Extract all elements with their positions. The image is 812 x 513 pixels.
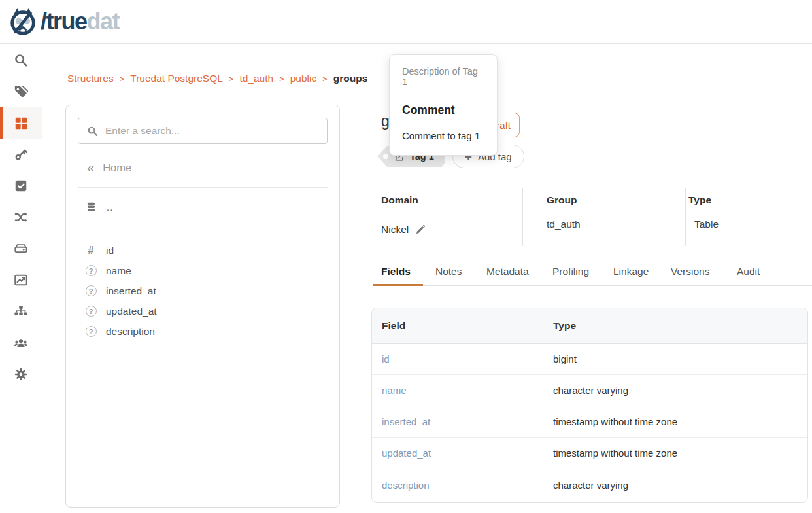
- sidebar-item-structures[interactable]: [0, 107, 42, 139]
- field-list-label: id: [106, 245, 114, 256]
- field-link[interactable]: updated_at: [372, 448, 553, 459]
- field-list-item-id[interactable]: # id: [66, 240, 339, 260]
- field-type: timestamp without time zone: [553, 416, 807, 427]
- divider: [78, 187, 328, 188]
- field-list-label: updated_at: [106, 306, 157, 317]
- field-link[interactable]: inserted_at: [372, 416, 553, 427]
- fields-table: Field Type id bigint name character vary…: [371, 308, 808, 503]
- tag-description: Description of Tag 1: [402, 66, 484, 87]
- question-icon: ?: [85, 285, 97, 296]
- structure-browser-panel: « Home .. # id ? name ? inserted_at ? up…: [65, 105, 340, 508]
- shuffle-icon: [14, 210, 28, 224]
- field-list-item-updated-at[interactable]: ? updated_at: [66, 301, 339, 321]
- sidebar-item-settings[interactable]: [0, 359, 42, 390]
- domain-label: Domain: [381, 194, 418, 206]
- field-link[interactable]: name: [372, 385, 553, 396]
- search-input[interactable]: [105, 125, 318, 137]
- collapse-chevrons-icon: «: [87, 161, 93, 174]
- chart-line-icon: [14, 273, 28, 287]
- tab-linkage[interactable]: Linkage: [613, 266, 649, 277]
- field-list: # id ? name ? inserted_at ? updated_at ?…: [66, 240, 339, 342]
- table-row: updated_at timestamp without time zone: [372, 438, 807, 469]
- breadcrumb-separator: >: [279, 74, 284, 84]
- field-link[interactable]: description: [372, 480, 553, 491]
- breadcrumb-link-system[interactable]: Truedat PostgreSQL: [130, 73, 223, 84]
- tab-metadata[interactable]: Metadata: [486, 266, 529, 277]
- table-row: description character varying: [372, 469, 807, 501]
- breadcrumb-separator: >: [120, 74, 125, 84]
- divider: [522, 188, 523, 246]
- tags-icon: [14, 84, 28, 99]
- field-list-item-description[interactable]: ? description: [66, 321, 339, 342]
- type-value: Table: [694, 219, 719, 230]
- tag-tooltip-popover: Description of Tag 1 Comment Comment to …: [389, 54, 498, 156]
- structure-search-box[interactable]: [78, 118, 328, 144]
- sidebar-item-tags[interactable]: [0, 76, 42, 107]
- key-icon: [14, 147, 28, 162]
- users-icon: [14, 336, 28, 350]
- divider: [685, 188, 686, 246]
- tag-comment-heading: Comment: [402, 103, 484, 117]
- breadcrumb-link-structures[interactable]: Structures: [67, 73, 114, 84]
- sidebar-item-search[interactable]: [0, 44, 42, 76]
- field-list-item-name[interactable]: ? name: [66, 260, 339, 281]
- grid-icon: [14, 116, 28, 130]
- truedat-logo[interactable]: /truedat: [8, 7, 119, 37]
- question-icon: ?: [85, 326, 97, 337]
- group-value: td_auth: [547, 219, 581, 230]
- domain-value: Nickel: [381, 224, 426, 236]
- field-list-item-inserted-at[interactable]: ? inserted_at: [66, 281, 339, 301]
- fields-table-header: Field Type: [372, 308, 807, 344]
- sidebar-item-users[interactable]: [0, 327, 42, 359]
- sidebar-item-dashboards[interactable]: [0, 264, 42, 296]
- check-square-icon: [14, 179, 28, 193]
- breadcrumb-link-database[interactable]: td_auth: [239, 73, 273, 84]
- browser-parent-item[interactable]: ..: [86, 202, 339, 213]
- field-link[interactable]: id: [372, 353, 553, 364]
- browser-home-link[interactable]: « Home: [87, 161, 339, 174]
- tabs-baseline: [373, 285, 812, 286]
- sidebar-item-systems[interactable]: [0, 233, 42, 264]
- sitemap-icon: [14, 304, 28, 319]
- tab-audit[interactable]: Audit: [737, 266, 760, 277]
- sidebar-item-lineage[interactable]: [0, 202, 42, 233]
- tab-versions[interactable]: Versions: [671, 266, 709, 277]
- type-label: Type: [688, 194, 711, 206]
- field-list-label: description: [106, 326, 155, 338]
- tab-profiling[interactable]: Profiling: [552, 266, 589, 277]
- field-list-label: name: [106, 265, 131, 277]
- tab-fields[interactable]: Fields: [381, 266, 411, 277]
- edit-domain-pencil-icon[interactable]: [415, 224, 426, 235]
- column-header-field: Field: [372, 320, 553, 332]
- field-type: character varying: [553, 480, 807, 491]
- breadcrumb-separator: >: [322, 74, 328, 84]
- search-icon: [14, 53, 28, 67]
- breadcrumb-link-schema[interactable]: public: [290, 73, 317, 84]
- sidebar-item-quality[interactable]: [0, 170, 42, 202]
- table-row: inserted_at timestamp without time zone: [372, 406, 807, 438]
- owl-logo-icon: [8, 7, 38, 37]
- search-icon: [87, 126, 98, 137]
- active-tab-underline: [373, 284, 423, 286]
- field-type: character varying: [553, 385, 807, 396]
- tag-comment-body: Comment to tag 1: [402, 130, 484, 141]
- divider: [78, 226, 328, 226]
- sidebar-item-taxonomy[interactable]: [0, 296, 42, 327]
- question-icon: ?: [85, 265, 97, 276]
- parent-item-label: ..: [107, 202, 113, 213]
- logo-wordmark: /truedat: [41, 10, 119, 33]
- group-label: Group: [547, 194, 577, 206]
- gear-icon: [14, 367, 28, 381]
- tag-hole: [383, 154, 388, 159]
- field-type: timestamp without time zone: [553, 448, 807, 459]
- icon-rail: [0, 44, 42, 513]
- column-header-type: Type: [553, 320, 807, 332]
- breadcrumb: Structures>Truedat PostgreSQL>td_auth>pu…: [67, 73, 367, 84]
- tab-notes[interactable]: Notes: [435, 266, 462, 277]
- table-row: id bigint: [372, 344, 807, 375]
- table-row: name character varying: [372, 375, 807, 406]
- field-type: bigint: [553, 353, 807, 364]
- question-icon: ?: [85, 306, 97, 317]
- sidebar-item-permissions[interactable]: [0, 139, 42, 170]
- top-header: /truedat: [0, 0, 812, 44]
